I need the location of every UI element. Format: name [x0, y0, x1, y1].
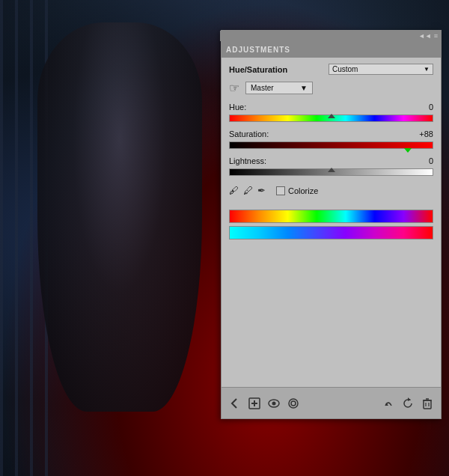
channel-value: Master	[251, 84, 274, 92]
saturation-track[interactable]	[229, 141, 433, 149]
delete-icon[interactable]	[420, 396, 435, 411]
spectrum-bar-bottom	[229, 226, 433, 239]
eyedropper-add-icon[interactable]: 🖊	[243, 185, 253, 196]
hue-slider-row: Hue: 0	[229, 103, 433, 123]
hue-track[interactable]	[229, 115, 433, 122]
reset-icon[interactable]	[400, 396, 415, 411]
hue-thumb[interactable]	[328, 115, 335, 123]
svg-point-5	[289, 399, 298, 408]
figure-silhouette	[37, 22, 202, 412]
lightness-value: 0	[411, 156, 433, 165]
colorize-label: Colorize	[288, 186, 318, 195]
title-row: Hue/Saturation Custom ▼	[229, 64, 433, 75]
lightness-thumb[interactable]	[328, 169, 335, 177]
saturation-slider-row: Saturation: +88	[229, 129, 433, 150]
dropdown-arrow-icon: ▼	[424, 66, 430, 73]
bottom-left-icons	[227, 396, 301, 411]
saturation-thumb[interactable]	[404, 142, 412, 150]
lightness-label-row: Lightness: 0	[229, 156, 433, 165]
svg-marker-7	[408, 398, 411, 401]
bottom-right-icons	[381, 396, 435, 411]
preset-value: Custom	[332, 65, 358, 73]
svg-rect-8	[424, 400, 431, 409]
channel-dropdown[interactable]: Master ▼	[245, 82, 313, 94]
menu-icon[interactable]: ≡	[434, 32, 438, 40]
panel-resize-bar: ◄◄ ≡	[220, 31, 441, 41]
eyedropper-subtract-icon[interactable]: ✒	[257, 185, 266, 196]
hue-label: Hue:	[229, 103, 246, 112]
mask-icon[interactable]	[286, 396, 301, 411]
panel-bottom-toolbar	[222, 387, 441, 418]
eyedropper-set-icon[interactable]: 🖋	[229, 185, 239, 196]
saturation-value: +88	[411, 129, 433, 138]
panel-content: Hue/Saturation Custom ▼ ☞ Master ▼ Hue: …	[222, 58, 441, 387]
eye-icon[interactable]	[266, 396, 281, 411]
spectrum-bar-top	[229, 210, 433, 223]
preset-dropdown[interactable]: Custom ▼	[329, 64, 433, 75]
spectrum-bars	[229, 210, 433, 239]
hue-value: 0	[411, 103, 433, 112]
saturation-label-row: Saturation: +88	[229, 129, 433, 138]
panel-title: ADJUSTMENTS	[226, 46, 290, 54]
lightness-track-container[interactable]	[229, 167, 433, 177]
tools-row: 🖋 🖊 ✒ Colorize	[229, 185, 433, 196]
channel-arrow-icon: ▼	[300, 84, 308, 92]
master-row: ☞ Master ▼	[229, 81, 433, 95]
lightness-track[interactable]	[229, 168, 433, 176]
add-adjustment-icon[interactable]	[247, 396, 262, 411]
hue-track-container[interactable]	[229, 113, 433, 123]
hue-label-row: Hue: 0	[229, 103, 433, 112]
panel-header: ADJUSTMENTS	[222, 41, 441, 58]
svg-point-4	[272, 401, 276, 405]
collapse-arrow[interactable]: ◄◄	[418, 32, 432, 40]
adjustment-type-label: Hue/Saturation	[229, 65, 287, 74]
svg-point-6	[291, 401, 296, 406]
back-arrow-icon[interactable]	[227, 396, 242, 411]
saturation-track-container[interactable]	[229, 140, 433, 150]
hand-icon[interactable]: ☞	[229, 81, 239, 95]
lightness-label: Lightness:	[229, 156, 266, 165]
clip-to-layer-icon[interactable]	[381, 396, 396, 411]
colorize-wrap: Colorize	[276, 186, 318, 195]
saturation-label: Saturation:	[229, 129, 269, 138]
colorize-checkbox[interactable]	[276, 186, 285, 195]
lightness-slider-row: Lightness: 0	[229, 156, 433, 177]
adjustments-panel: ◄◄ ≡ ADJUSTMENTS Hue/Saturation Custom ▼…	[221, 30, 442, 419]
